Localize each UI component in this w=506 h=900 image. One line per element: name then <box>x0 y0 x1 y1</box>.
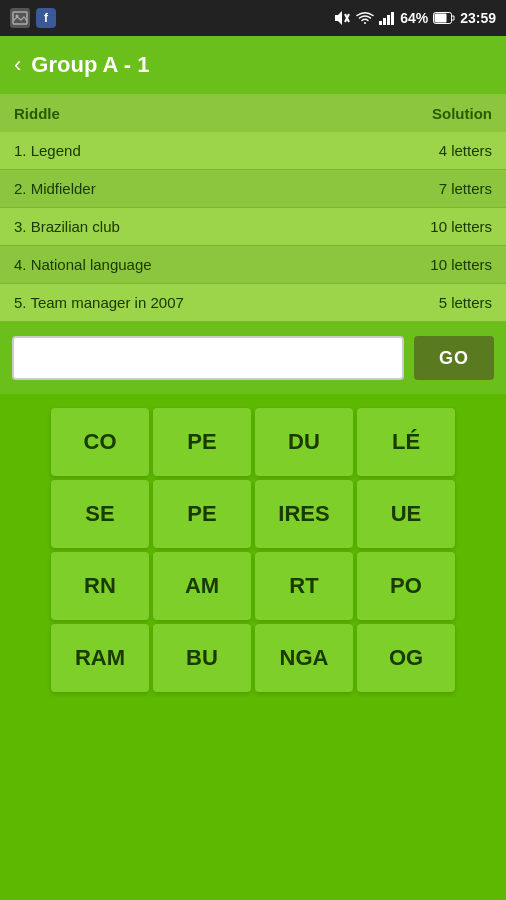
grid-cell-0-3[interactable]: LÉ <box>357 408 455 476</box>
grid-cell-2-0[interactable]: RN <box>51 552 149 620</box>
status-bar-right: 64% 23:59 <box>333 10 496 26</box>
riddle-row: 2. Midfielder 7 letters <box>0 170 506 208</box>
status-bar: f 64% 23:59 <box>0 0 506 36</box>
grid-cell-3-3[interactable]: OG <box>357 624 455 692</box>
grid-cell-1-2[interactable]: IRES <box>255 480 353 548</box>
grid-cell-0-2[interactable]: DU <box>255 408 353 476</box>
mute-icon <box>333 10 351 26</box>
back-button[interactable]: ‹ <box>14 52 21 78</box>
grid-row: SEPEIRESUE <box>51 480 455 548</box>
riddle-text: 1. Legend <box>14 142 81 159</box>
solution-text: 10 letters <box>430 256 492 273</box>
page-title: Group A - 1 <box>31 52 149 78</box>
grid-cell-1-0[interactable]: SE <box>51 480 149 548</box>
grid-cell-2-2[interactable]: RT <box>255 552 353 620</box>
grid-cell-3-0[interactable]: RAM <box>51 624 149 692</box>
title-bar: ‹ Group A - 1 <box>0 36 506 94</box>
riddle-row: 1. Legend 4 letters <box>0 132 506 170</box>
riddle-text: 2. Midfielder <box>14 180 96 197</box>
riddle-text: 4. National language <box>14 256 152 273</box>
grid-cell-2-3[interactable]: PO <box>357 552 455 620</box>
grid-row: RNAMRTPO <box>51 552 455 620</box>
solution-column-header: Solution <box>432 105 492 122</box>
image-icon <box>10 8 30 28</box>
table-header: Riddle Solution <box>0 94 506 132</box>
svg-rect-5 <box>383 18 386 25</box>
signal-icon <box>379 11 395 25</box>
battery-percent: 64% <box>400 10 428 26</box>
svg-rect-7 <box>391 12 394 25</box>
riddle-text: 5. Team manager in 2007 <box>14 294 184 311</box>
answer-input[interactable] <box>12 336 404 380</box>
riddle-row: 5. Team manager in 2007 5 letters <box>0 284 506 322</box>
grid-cell-0-0[interactable]: CO <box>51 408 149 476</box>
grid-cell-0-1[interactable]: PE <box>153 408 251 476</box>
solution-text: 5 letters <box>439 294 492 311</box>
solution-text: 4 letters <box>439 142 492 159</box>
riddle-row: 4. National language 10 letters <box>0 246 506 284</box>
solution-text: 7 letters <box>439 180 492 197</box>
grid-cell-3-2[interactable]: NGA <box>255 624 353 692</box>
solution-text: 10 letters <box>430 218 492 235</box>
grid-row: COPEDULÉ <box>51 408 455 476</box>
grid-cell-3-1[interactable]: BU <box>153 624 251 692</box>
grid-cell-1-3[interactable]: UE <box>357 480 455 548</box>
grid-cell-1-1[interactable]: PE <box>153 480 251 548</box>
wifi-icon <box>356 11 374 25</box>
grid-cell-2-1[interactable]: AM <box>153 552 251 620</box>
status-bar-left: f <box>10 8 56 28</box>
svg-rect-4 <box>379 21 382 25</box>
svg-rect-9 <box>435 14 447 23</box>
svg-rect-6 <box>387 15 390 25</box>
clock: 23:59 <box>460 10 496 26</box>
grid-row: RAMBUNGAOG <box>51 624 455 692</box>
go-button[interactable]: GO <box>414 336 494 380</box>
facebook-icon: f <box>36 8 56 28</box>
riddle-column-header: Riddle <box>14 105 60 122</box>
riddle-row: 3. Brazilian club 10 letters <box>0 208 506 246</box>
input-area: GO <box>0 322 506 394</box>
riddle-table: 1. Legend 4 letters 2. Midfielder 7 lett… <box>0 132 506 322</box>
battery-icon <box>433 12 455 24</box>
letter-grid: COPEDULÉSEPEIRESUERNAMRTPORAMBUNGAOG <box>0 394 506 900</box>
riddle-text: 3. Brazilian club <box>14 218 120 235</box>
